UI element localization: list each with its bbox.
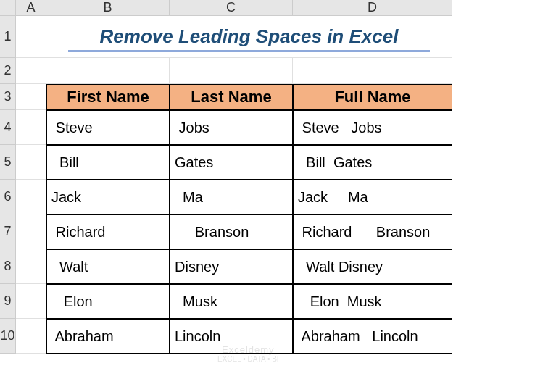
cell-a4[interactable]: [16, 110, 46, 145]
table-row[interactable]: Walt: [46, 249, 170, 284]
page-title: Remove Leading Spaces in Excel: [100, 25, 399, 48]
row-header-1[interactable]: 1: [0, 16, 16, 58]
row-header-7[interactable]: 7: [0, 214, 16, 249]
table-row[interactable]: Steve Jobs: [293, 110, 452, 145]
row-header-10[interactable]: 10: [0, 319, 16, 354]
table-row[interactable]: Walt Disney: [293, 249, 452, 284]
cell-a3[interactable]: [16, 84, 46, 110]
title-cell[interactable]: Remove Leading Spaces in Excel: [46, 16, 452, 58]
table-row[interactable]: Richard Branson: [293, 214, 452, 249]
row-header-9[interactable]: 9: [0, 284, 16, 319]
cell-a7[interactable]: [16, 214, 46, 249]
table-row[interactable]: Ma: [170, 180, 293, 214]
table-row[interactable]: Jobs: [170, 110, 293, 145]
table-row[interactable]: Abraham: [46, 319, 170, 354]
table-row[interactable]: Musk: [170, 284, 293, 319]
table-row[interactable]: Bill: [46, 145, 170, 180]
cell-c2[interactable]: [170, 58, 293, 84]
title-underline: [68, 50, 430, 52]
header-last-name[interactable]: Last Name: [170, 84, 293, 110]
table-row[interactable]: Richard: [46, 214, 170, 249]
table-row[interactable]: Jack: [46, 180, 170, 214]
header-full-name[interactable]: Full Name: [293, 84, 452, 110]
cell-a6[interactable]: [16, 180, 46, 214]
cell-a2[interactable]: [16, 58, 46, 84]
cell-b2[interactable]: [46, 58, 170, 84]
table-row[interactable]: Elon Musk: [293, 284, 452, 319]
row-header-3[interactable]: 3: [0, 84, 16, 110]
select-all-corner[interactable]: [0, 0, 16, 16]
row-header-6[interactable]: 6: [0, 180, 16, 214]
watermark-sub: EXCEL • DATA • BI: [217, 355, 279, 363]
table-row[interactable]: Bill Gates: [293, 145, 452, 180]
cell-a8[interactable]: [16, 249, 46, 284]
table-row[interactable]: Abraham Lincoln: [293, 319, 452, 354]
row-header-2[interactable]: 2: [0, 58, 16, 84]
cell-a10[interactable]: [16, 319, 46, 354]
row-header-8[interactable]: 8: [0, 249, 16, 284]
row-header-4[interactable]: 4: [0, 110, 16, 145]
table-row[interactable]: Elon: [46, 284, 170, 319]
cell-a5[interactable]: [16, 145, 46, 180]
table-row[interactable]: Steve: [46, 110, 170, 145]
cell-a1[interactable]: [16, 16, 46, 58]
col-header-a[interactable]: A: [16, 0, 46, 16]
col-header-d[interactable]: D: [293, 0, 452, 16]
row-header-5[interactable]: 5: [0, 145, 16, 180]
table-row[interactable]: Jack Ma: [293, 180, 452, 214]
table-row[interactable]: Branson: [170, 214, 293, 249]
table-row[interactable]: Disney: [170, 249, 293, 284]
header-first-name[interactable]: First Name: [46, 84, 170, 110]
table-row[interactable]: Gates: [170, 145, 293, 180]
col-header-b[interactable]: B: [46, 0, 170, 16]
cell-d2[interactable]: [293, 58, 452, 84]
col-header-c[interactable]: C: [170, 0, 293, 16]
spreadsheet-grid: A B C D 1 Remove Leading Spaces in Excel…: [0, 0, 556, 354]
cell-a9[interactable]: [16, 284, 46, 319]
table-row[interactable]: Lincoln: [170, 319, 293, 354]
